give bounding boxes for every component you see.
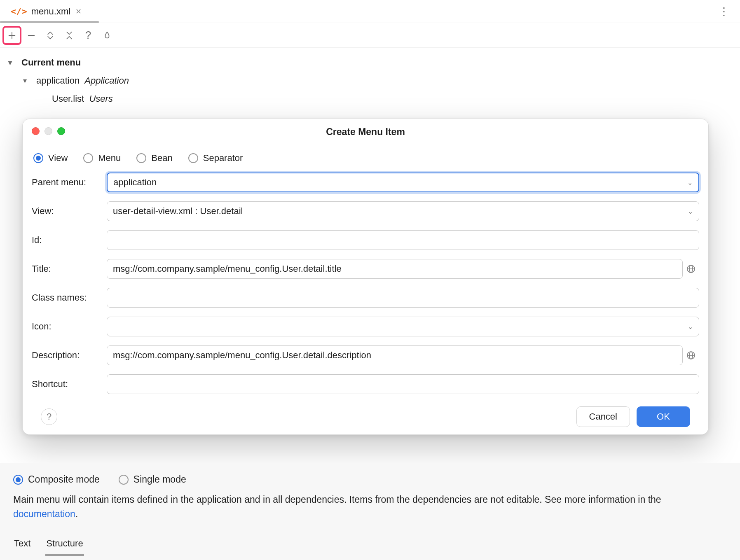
icon-label: Icon:	[32, 321, 107, 332]
type-option-menu[interactable]: Menu	[83, 153, 121, 163]
description-value: msg://com.company.sample/menu_config.Use…	[113, 350, 371, 361]
mode-option-composite[interactable]: Composite mode	[13, 474, 100, 485]
radio-icon	[119, 475, 129, 485]
type-option-bean[interactable]: Bean	[136, 153, 172, 163]
view-label: View:	[32, 206, 107, 217]
radio-icon	[136, 153, 146, 163]
bottom-panel: Composite mode Single mode Main menu wil…	[0, 463, 740, 560]
chevron-down-icon: ⌄	[688, 208, 693, 215]
tab-structure[interactable]: Structure	[45, 534, 84, 556]
mode-label: Composite mode	[28, 474, 100, 485]
xml-icon: </>	[11, 6, 27, 16]
title-label: Title:	[32, 264, 107, 274]
view-value: user-detail-view.xml : User.detail	[113, 206, 243, 217]
title-field[interactable]: msg://com.company.sample/menu_config.Use…	[107, 259, 683, 279]
menu-tree: ▾ Current menu ▾ application Application…	[0, 48, 740, 108]
type-label: Separator	[203, 153, 243, 163]
icon-field[interactable]: ⌄	[107, 317, 699, 336]
tab-text-label: Text	[14, 538, 30, 548]
chevron-down-icon: ⌄	[687, 179, 693, 187]
tab-text[interactable]: Text	[13, 534, 31, 556]
window-controls	[32, 127, 65, 135]
dialog-help-button[interactable]: ?	[41, 408, 57, 425]
title-value: msg://com.company.sample/menu_config.Use…	[113, 264, 342, 274]
tree-user-list-node[interactable]: User.list Users	[7, 90, 740, 108]
radio-icon	[33, 153, 43, 163]
tab-structure-label: Structure	[46, 538, 83, 548]
type-option-separator[interactable]: Separator	[188, 153, 243, 163]
dialog-title: Create Menu Item	[326, 126, 405, 138]
classnames-field[interactable]	[107, 288, 699, 308]
shortcut-label: Shortcut:	[32, 379, 107, 390]
parent-menu-value: application	[113, 177, 157, 188]
tree-node-id: User.list	[52, 93, 84, 104]
type-label: View	[48, 153, 68, 163]
help-button[interactable]: ?	[79, 26, 97, 44]
description-field[interactable]: msg://com.company.sample/menu_config.Use…	[107, 345, 683, 365]
chevron-down-icon: ▾	[8, 54, 17, 72]
radio-icon	[13, 475, 23, 485]
remove-button[interactable]	[22, 26, 40, 44]
editor-tabbar: </> menu.xml ✕ ⋮	[0, 0, 740, 23]
window-close-button[interactable]	[32, 127, 40, 135]
tree-node-id: application	[36, 75, 80, 86]
info-suffix: .	[75, 509, 78, 519]
dialog-form: Parent menu: application ⌄ View: user-de…	[32, 173, 699, 394]
documentation-link[interactable]: documentation	[13, 509, 75, 519]
item-type-radio-group: View Menu Bean Separator	[32, 149, 699, 173]
dialog-titlebar: Create Menu Item	[23, 119, 708, 145]
hot-reload-button[interactable]	[98, 26, 116, 44]
localize-title-button[interactable]	[684, 262, 698, 275]
more-icon[interactable]: ⋮	[719, 6, 730, 17]
mode-label: Single mode	[133, 474, 186, 485]
cancel-button[interactable]: Cancel	[576, 406, 630, 427]
file-tab[interactable]: </> menu.xml ✕	[5, 0, 87, 23]
ok-button-label: OK	[657, 411, 670, 422]
tree-node-title: Users	[89, 93, 112, 104]
dialog-footer: ? Cancel OK	[32, 406, 699, 427]
info-prefix: Main menu will contain items defined in …	[13, 494, 661, 505]
ok-button[interactable]: OK	[637, 406, 690, 427]
type-label: Menu	[98, 153, 121, 163]
tree-application-node[interactable]: ▾ application Application	[7, 72, 740, 90]
id-label: Id:	[32, 235, 107, 245]
id-field[interactable]	[107, 230, 699, 250]
view-field[interactable]: user-detail-view.xml : User.detail ⌄	[107, 201, 699, 221]
editor-bottom-tabs: Text Structure	[13, 534, 727, 556]
expand-all-button[interactable]	[41, 26, 59, 44]
type-label: Bean	[151, 153, 172, 163]
close-icon[interactable]: ✕	[75, 7, 82, 16]
shortcut-field[interactable]	[107, 374, 699, 394]
parent-menu-label: Parent menu:	[32, 177, 107, 188]
add-button-highlight	[2, 26, 21, 45]
mode-info-text: Main menu will contain items defined in …	[13, 492, 727, 521]
parent-menu-field[interactable]: application ⌄	[107, 173, 699, 192]
type-option-view[interactable]: View	[33, 153, 68, 163]
localize-description-button[interactable]	[684, 349, 698, 362]
classnames-label: Class names:	[32, 292, 107, 303]
chevron-down-icon: ▾	[23, 72, 32, 90]
menu-mode-group: Composite mode Single mode	[13, 463, 727, 492]
tree-node-title: Application	[84, 75, 129, 86]
chevron-down-icon: ⌄	[688, 323, 693, 331]
radio-icon	[188, 153, 198, 163]
tree-root[interactable]: ▾ Current menu	[7, 54, 740, 72]
window-minimize-button[interactable]	[44, 127, 52, 135]
radio-icon	[83, 153, 93, 163]
description-label: Description:	[32, 350, 107, 361]
file-tab-title: menu.xml	[31, 6, 70, 17]
mode-option-single[interactable]: Single mode	[119, 474, 186, 485]
menu-toolbar: ?	[0, 23, 740, 48]
create-menu-item-dialog: Create Menu Item View Menu Bean Separato…	[22, 119, 709, 435]
window-zoom-button[interactable]	[57, 127, 65, 135]
add-button[interactable]	[5, 28, 19, 43]
cancel-button-label: Cancel	[589, 411, 617, 422]
tree-root-label: Current menu	[21, 54, 81, 72]
collapse-all-button[interactable]	[60, 26, 78, 44]
